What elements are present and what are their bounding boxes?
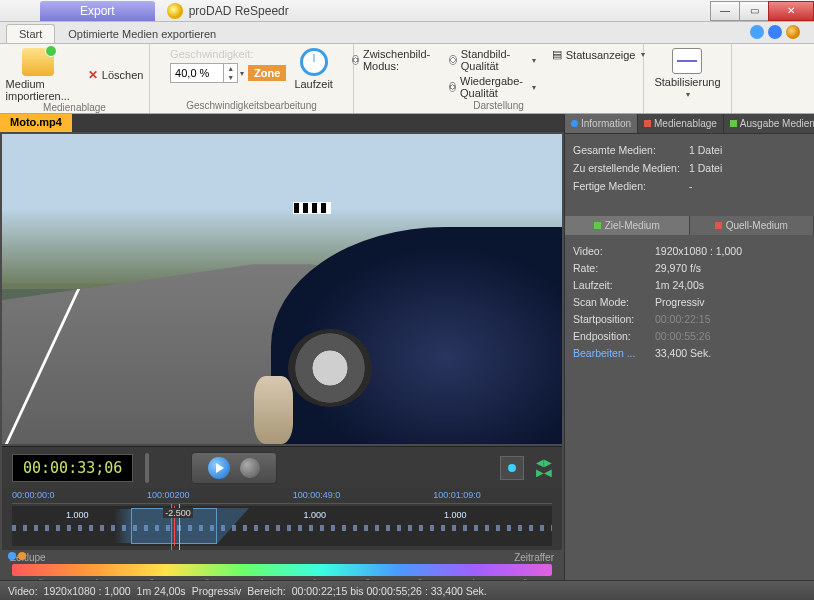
delete-button[interactable]: ✕ Löschen (88, 68, 144, 82)
output-dot-icon (730, 120, 737, 127)
total-media-label: Gesamte Medien: (573, 144, 689, 156)
runtime-button[interactable]: Laufzeit (294, 48, 333, 90)
speed-down-button[interactable]: ▼ (223, 73, 237, 82)
ribbon-group-speed-label: Geschwindigkeitsbearbeitung (186, 100, 317, 111)
done-media-value: - (689, 180, 693, 192)
stabilization-icon (672, 48, 702, 74)
tab-export-media[interactable]: Optimierte Medien exportieren (55, 24, 229, 43)
tab-target-medium[interactable]: Ziel-Medium (565, 216, 690, 235)
ramp-mode-a-button[interactable] (8, 552, 16, 560)
todo-media-value: 1 Datei (689, 162, 722, 174)
maximize-button[interactable]: ▭ (739, 1, 769, 21)
stop-button[interactable] (240, 458, 260, 478)
speed-ramp[interactable]: Zeitlupe Zeitraffer -5-4-3-2-112345 (2, 550, 562, 580)
help-icon[interactable] (750, 25, 764, 39)
timeline-tick: 100:01:09:0 (433, 490, 481, 500)
still-quality-dropdown[interactable]: Standbild-Qualität▾ (449, 48, 536, 72)
tab-information[interactable]: Information (565, 114, 638, 133)
speed-up-button[interactable]: ▲ (223, 64, 237, 73)
export-titlebar-tab[interactable]: Export (40, 1, 155, 21)
playback-quality-dropdown[interactable]: Wiedergabe-Qualität▾ (449, 75, 536, 99)
status-runtime: 1m 24,00s (137, 585, 186, 597)
clock-icon (300, 48, 328, 76)
todo-media-label: Zu erstellende Medien: (573, 162, 689, 174)
status-video-value: 1920x1080 : 1,000 (44, 585, 131, 597)
app-title: proDAD ReSpeedr (189, 4, 289, 18)
edit-range-link[interactable]: Bearbeiten ... (573, 347, 655, 359)
status-range-value: 00:00:22;15 bis 00:00:55;26 : 33,400 Sek… (292, 585, 487, 597)
status-range-label: Bereich: (247, 585, 286, 597)
mark-in-button[interactable]: ◀▶ (536, 458, 552, 467)
target-dot-icon (594, 222, 601, 229)
interpolation-mode-dropdown[interactable]: Zwischenbild-Modus: (352, 48, 433, 72)
ramp-mode-b-button[interactable] (18, 552, 26, 560)
info-panel-tabs: Information Medienablage Ausgabe Mediena… (565, 114, 814, 134)
tab-medienablage[interactable]: Medienablage (638, 114, 724, 133)
mark-out-button[interactable]: ▶◀ (536, 468, 552, 477)
app-icon (167, 3, 183, 19)
import-media-button[interactable]: Medium importieren... (6, 48, 70, 102)
speed-input[interactable]: ▲▼ (170, 63, 238, 83)
file-tab[interactable]: Moto.mp4 (0, 114, 72, 132)
status-video-label: Video: (8, 585, 38, 597)
window-titlebar: Export proDAD ReSpeedr — ▭ ✕ (0, 0, 814, 22)
tab-start[interactable]: Start (6, 24, 55, 43)
video-preview[interactable] (2, 134, 562, 444)
status-bar: Video: 1920x1080 : 1,000 1m 24,00s Progr… (0, 580, 814, 600)
tab-output-media[interactable]: Ausgabe Medienablage (724, 114, 814, 133)
timeline[interactable]: 00:00:00:0 100:00200 100:00:49:0 100:01:… (2, 488, 562, 550)
folder-add-icon (22, 48, 54, 76)
record-button[interactable] (500, 456, 524, 480)
list-icon: ▤ (552, 48, 562, 61)
gear-icon (352, 55, 359, 65)
stabilization-button[interactable]: Stabilisierung▾ (654, 48, 720, 99)
play-button[interactable] (208, 457, 230, 479)
timeline-tick: 100:00:49:0 (293, 490, 341, 500)
total-media-value: 1 Datei (689, 144, 722, 156)
zone-badge: Zone (248, 65, 286, 81)
info-dot-icon (571, 120, 578, 127)
done-media-label: Fertige Medien: (573, 180, 689, 192)
ribbon-group-media-label: Medienablage (43, 102, 106, 113)
minimize-button[interactable]: — (710, 1, 740, 21)
source-dot-icon (715, 222, 722, 229)
info-icon[interactable] (768, 25, 782, 39)
media-dot-icon (644, 120, 651, 127)
about-icon[interactable] (786, 25, 800, 39)
timecode-display: 00:00:33;06 (12, 454, 133, 482)
ribbon-tab-strip: Start Optimierte Medien exportieren (0, 22, 814, 44)
tab-source-medium[interactable]: Quell-Medium (690, 216, 815, 235)
timelapse-label: Zeitraffer (514, 552, 554, 563)
player-controls: 00:00:33;06 ◀▶ ▶◀ (2, 446, 562, 488)
gear-icon (449, 55, 457, 65)
ribbon-group-display-label: Darstellung (473, 100, 524, 111)
timeline-tick: 100:00200 (147, 490, 190, 500)
speed-label: Geschwindigkeit: (170, 48, 253, 60)
gear-icon (449, 82, 456, 92)
timeline-tick: 00:00:00:0 (12, 490, 55, 500)
file-tab-bar: Moto.mp4 (0, 114, 564, 132)
close-button[interactable]: ✕ (768, 1, 814, 21)
scrub-slider[interactable] (145, 453, 149, 483)
speed-dropdown-button[interactable]: ▾ (240, 69, 244, 78)
status-scan: Progressiv (192, 585, 242, 597)
medium-subtabs: Ziel-Medium Quell-Medium (565, 216, 814, 235)
ribbon: Medium importieren... ✕ Löschen Medienab… (0, 44, 814, 114)
delete-icon: ✕ (88, 68, 98, 82)
status-display-dropdown[interactable]: ▤Statusanzeige▾ (552, 48, 646, 61)
